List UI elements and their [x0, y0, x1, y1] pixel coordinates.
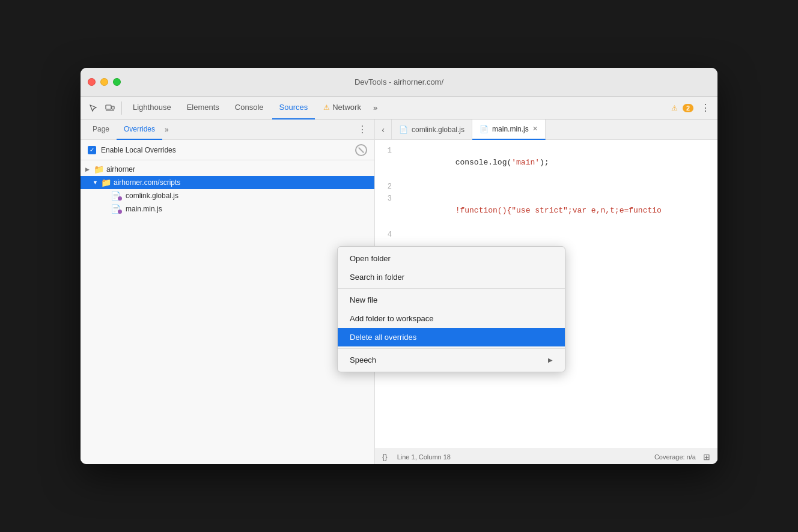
status-bar: {} Line 1, Column 18 Coverage: n/a ⊞	[375, 449, 717, 464]
back-button[interactable]: ‹	[375, 119, 392, 140]
tree-file-mainmin[interactable]: 📄 main.min.js	[81, 202, 374, 216]
code-line-1: 1 console.log('main');	[375, 145, 717, 181]
editor-tab-comlink[interactable]: 📄 comlink.global.js	[392, 119, 472, 140]
minimize-button[interactable]	[100, 78, 108, 86]
enable-overrides-label: Enable Local Overrides	[101, 146, 176, 154]
file-icon-mainmin: 📄	[480, 125, 489, 133]
menu-separator-1	[338, 288, 565, 289]
tree-root-folder[interactable]: ▶ 📁 airhorner	[81, 163, 374, 176]
file-mainmin-label: main.min.js	[126, 205, 162, 213]
code-line-2: 2	[375, 181, 717, 193]
panel-tabs: Page Overrides » ⋮	[81, 119, 374, 140]
more-tabs-button[interactable]: »	[370, 97, 381, 119]
more-panel-tabs-button[interactable]: »	[162, 125, 171, 134]
tree-scripts-folder[interactable]: ▼ 📁 airhorner.com/scripts	[81, 176, 374, 189]
overrides-controls: ✓ Enable Local Overrides	[81, 140, 374, 160]
titlebar: DevTools - airhorner.com/	[81, 68, 717, 97]
maximize-button[interactable]	[113, 78, 121, 86]
coverage-icon[interactable]: ⊞	[703, 452, 710, 462]
tree-root-label: airhorner	[106, 165, 135, 174]
panel-options-button[interactable]: ⋮	[355, 124, 370, 135]
code-line-3: 3 !function(){"use strict";var e,n,t;e=f…	[375, 193, 717, 229]
tab-page[interactable]: Page	[85, 119, 117, 140]
tree-scripts-label: airhorner.com/scripts	[114, 178, 180, 187]
tab-overrides[interactable]: Overrides	[117, 119, 162, 140]
window-title: DevTools - airhorner.com/	[355, 77, 443, 86]
override-dot	[118, 210, 122, 214]
line-number: 3	[375, 193, 399, 229]
cursor-position: Line 1, Column 18	[397, 453, 451, 461]
status-right: Coverage: n/a ⊞	[654, 452, 710, 462]
line-number: 4	[375, 229, 399, 241]
menu-item-add-folder[interactable]: Add folder to workspace	[338, 309, 565, 328]
tab-lighthouse[interactable]: Lighthouse	[126, 97, 178, 119]
context-menu: Open folder Search in folder New file Ad…	[337, 246, 565, 372]
svg-rect-0	[106, 105, 111, 109]
tab-network[interactable]: ⚠ Network	[316, 97, 368, 119]
tab-elements[interactable]: Elements	[180, 97, 227, 119]
format-button[interactable]: {}	[382, 452, 388, 461]
editor-tab-mainmin[interactable]: 📄 main.min.js ✕	[472, 119, 546, 140]
line-content	[399, 229, 717, 241]
file-tree: ▶ 📁 airhorner ▼ 📁 airhorner.com/scripts …	[81, 160, 374, 464]
coverage-label: Coverage: n/a	[654, 453, 696, 461]
code-line-4: 4	[375, 229, 717, 241]
line-number: 2	[375, 181, 399, 193]
cursor-icon[interactable]	[85, 100, 101, 116]
line-content: !function(){"use strict";var e,n,t;e=fun…	[399, 193, 717, 229]
global-warning-icon: ⚠	[671, 104, 678, 112]
warning-icon: ⚠	[323, 103, 330, 112]
tab-console[interactable]: Console	[228, 97, 271, 119]
tab-close-button[interactable]: ✕	[532, 125, 538, 132]
menu-item-search-in-folder[interactable]: Search in folder	[338, 268, 565, 286]
override-dot	[118, 196, 122, 201]
left-panel: Page Overrides » ⋮ ✓ Enable Local Overri…	[81, 119, 375, 464]
line-content	[399, 181, 717, 193]
arrow-icon: ▶	[85, 166, 91, 172]
close-button[interactable]	[88, 78, 96, 86]
file-comlink-label: comlink.global.js	[126, 192, 178, 200]
file-icon-comlink: 📄	[399, 125, 408, 134]
menu-item-new-file[interactable]: New file	[338, 291, 565, 309]
block-icon	[355, 144, 367, 156]
tab-sources[interactable]: Sources	[272, 97, 315, 119]
submenu-arrow-icon: ▶	[548, 357, 553, 363]
line-number: 1	[375, 145, 399, 181]
device-icon[interactable]	[102, 100, 118, 116]
traffic-lights	[88, 78, 121, 86]
folder-icon: 📁	[94, 165, 104, 174]
toolbar-separator	[121, 101, 122, 115]
more-options-button[interactable]: ⋮	[698, 102, 713, 113]
folder-icon: 📁	[101, 178, 111, 187]
editor-tabs: ‹ 📄 comlink.global.js 📄 main.min.js ✕	[375, 119, 717, 140]
svg-rect-1	[112, 106, 114, 109]
arrow-icon: ▼	[93, 180, 99, 186]
enable-overrides-checkbox[interactable]: ✓	[88, 146, 96, 154]
menu-item-speech[interactable]: Speech ▶	[338, 351, 565, 369]
line-content: console.log('main');	[399, 145, 717, 181]
menu-item-open-folder[interactable]: Open folder	[338, 249, 565, 268]
main-toolbar: Lighthouse Elements Console Sources ⚠ Ne…	[81, 97, 717, 119]
menu-separator-2	[338, 348, 565, 349]
tree-file-comlink[interactable]: 📄 comlink.global.js	[81, 189, 374, 202]
warning-badge: 2	[683, 104, 693, 112]
menu-item-delete-overrides[interactable]: Delete all overrides	[338, 328, 565, 346]
